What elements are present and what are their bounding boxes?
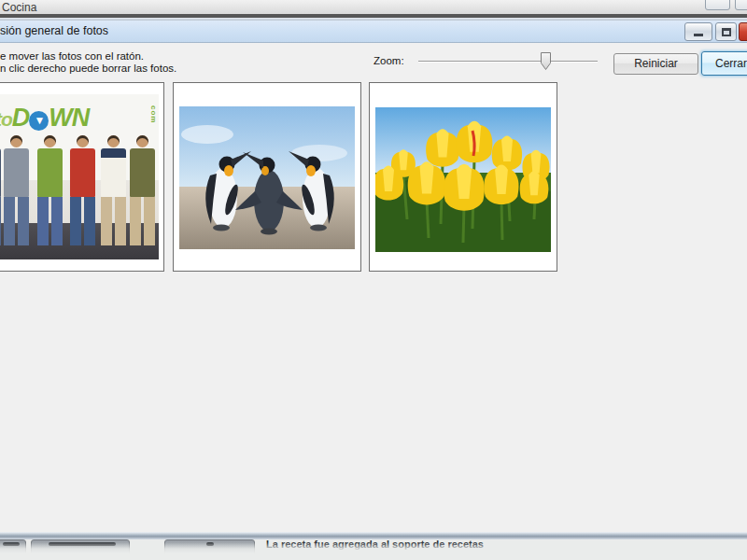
dialog-title: sión general de fotos <box>0 24 108 37</box>
instruction-line-2: n clic derecho puede borrar las fotos. <box>0 63 176 74</box>
outer-window-titlebar: Cocina <box>0 0 747 14</box>
person-figure <box>37 135 63 245</box>
dialog-titlebar[interactable]: sión general de fotos <box>0 21 747 43</box>
group-photo-image: PtoD▼WN com <box>0 94 159 259</box>
person-figure <box>130 135 155 245</box>
uptodown-com-label: com <box>149 105 158 123</box>
reset-button[interactable]: Reiniciar <box>613 53 698 75</box>
tulips-photo-image <box>375 107 551 252</box>
photo-thumbnail-penguins[interactable] <box>173 82 361 272</box>
photo-thumbnail-tulips[interactable] <box>369 82 557 272</box>
parent-window-button[interactable] <box>31 539 130 560</box>
zoom-slider-thumb[interactable] <box>540 51 552 71</box>
outer-maximize-button[interactable] <box>735 0 747 10</box>
dialog-body: e mover las fotos con el ratón. n clic d… <box>0 44 747 532</box>
penguins-photo-image <box>179 106 355 249</box>
photo-thumbnail-group[interactable]: PtoD▼WN com <box>0 82 164 272</box>
dialog-minimize-button[interactable] <box>684 22 712 41</box>
person-figure <box>70 135 95 245</box>
zoom-slider-track[interactable] <box>418 61 598 63</box>
close-button[interactable]: Cerrar <box>701 51 747 76</box>
parent-window-button[interactable] <box>164 539 255 560</box>
parent-window-strip: La receta fue agregada al soporte de rec… <box>0 539 747 560</box>
person-figure <box>101 135 126 245</box>
maximize-icon <box>722 28 731 36</box>
dialog-maximize-button[interactable] <box>715 22 737 41</box>
dialog-close-button[interactable] <box>739 22 747 41</box>
button-text-smudge <box>49 542 116 546</box>
zoom-label: Zoom: <box>374 55 404 66</box>
uptodown-logo: PtoD▼WN <box>0 104 89 133</box>
minimize-icon <box>694 34 703 36</box>
person-figure <box>0 135 1 245</box>
button-text-smudge <box>3 542 20 546</box>
uptodown-arrow-icon: ▼ <box>29 111 49 131</box>
instruction-line-1: e mover las fotos con el ratón. <box>0 50 144 62</box>
button-text-smudge <box>206 542 214 546</box>
status-message: La receta fue agregada al soporte de rec… <box>266 539 484 550</box>
person-figure <box>4 135 29 245</box>
parent-window-button[interactable] <box>0 539 26 560</box>
outer-window-title: Cocina <box>2 1 36 14</box>
outer-minimize-button[interactable] <box>705 0 730 10</box>
